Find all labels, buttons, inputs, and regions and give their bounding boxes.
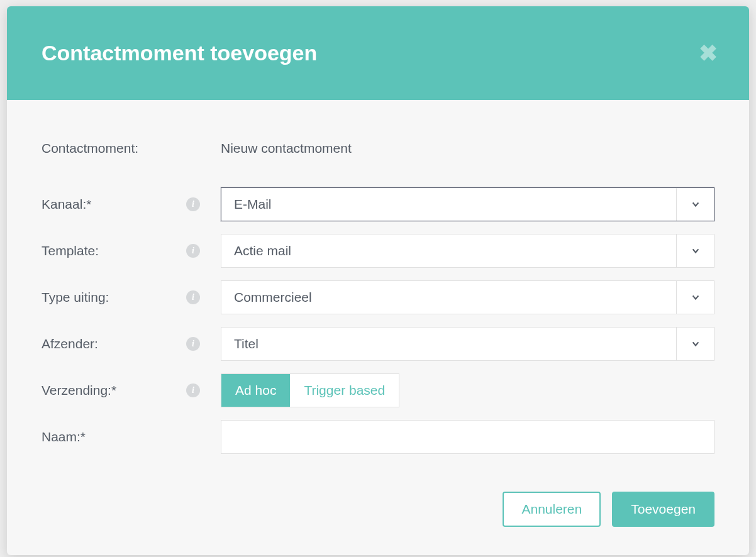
label-verzending: Verzending:* (42, 383, 186, 398)
info-icon[interactable]: i (186, 244, 200, 258)
value-contactmoment: Nieuw contactmoment (221, 141, 352, 155)
label-kanaal: Kanaal:* (42, 197, 186, 212)
label-afzender: Afzender: (42, 336, 186, 351)
toggle-trigger-based[interactable]: Trigger based (290, 374, 399, 407)
select-type-uiting[interactable]: Commercieel (221, 280, 714, 314)
toggle-verzending: Ad hoc Trigger based (221, 373, 399, 407)
chevron-down-icon (691, 339, 700, 348)
modal-header: Contactmoment toevoegen ✖ (7, 6, 749, 100)
select-handle (676, 234, 714, 267)
select-afzender[interactable]: Titel (221, 327, 714, 361)
select-kanaal-value: E-Mail (221, 197, 284, 212)
toggle-adhoc[interactable]: Ad hoc (221, 374, 290, 407)
select-template-value: Actie mail (221, 243, 304, 258)
modal-body: Contactmoment: Nieuw contactmoment Kanaa… (7, 100, 749, 473)
label-template: Template: (42, 243, 186, 258)
select-template[interactable]: Actie mail (221, 234, 714, 268)
modal-footer: Annuleren Toevoegen (7, 473, 749, 555)
info-icon[interactable]: i (186, 197, 200, 211)
cancel-button[interactable]: Annuleren (503, 492, 601, 527)
info-icon[interactable]: i (186, 290, 200, 304)
submit-button[interactable]: Toevoegen (612, 492, 714, 527)
label-naam: Naam:* (42, 429, 186, 444)
row-contactmoment: Contactmoment: Nieuw contactmoment (42, 131, 714, 165)
label-type-uiting: Type uiting: (42, 290, 186, 305)
modal-title: Contactmoment toevoegen (42, 41, 317, 65)
info-icon[interactable]: i (186, 383, 200, 397)
label-contactmoment: Contactmoment: (42, 141, 186, 156)
close-icon[interactable]: ✖ (699, 42, 718, 65)
row-template: Template: i Actie mail (42, 234, 714, 268)
chevron-down-icon (691, 200, 700, 209)
select-kanaal[interactable]: E-Mail (221, 187, 714, 221)
modal-dialog: Contactmoment toevoegen ✖ Contactmoment:… (7, 6, 749, 555)
row-verzending: Verzending:* i Ad hoc Trigger based (42, 373, 714, 407)
select-handle (676, 281, 714, 314)
select-type-uiting-value: Commercieel (221, 290, 325, 305)
row-kanaal: Kanaal:* i E-Mail (42, 187, 714, 221)
chevron-down-icon (691, 293, 700, 302)
row-afzender: Afzender: i Titel (42, 327, 714, 361)
select-handle (676, 188, 714, 221)
info-icon[interactable]: i (186, 337, 200, 351)
input-naam[interactable] (221, 420, 714, 454)
row-naam: Naam:* (42, 420, 714, 454)
row-type-uiting: Type uiting: i Commercieel (42, 280, 714, 314)
chevron-down-icon (691, 246, 700, 255)
select-handle (676, 328, 714, 360)
select-afzender-value: Titel (221, 336, 271, 351)
